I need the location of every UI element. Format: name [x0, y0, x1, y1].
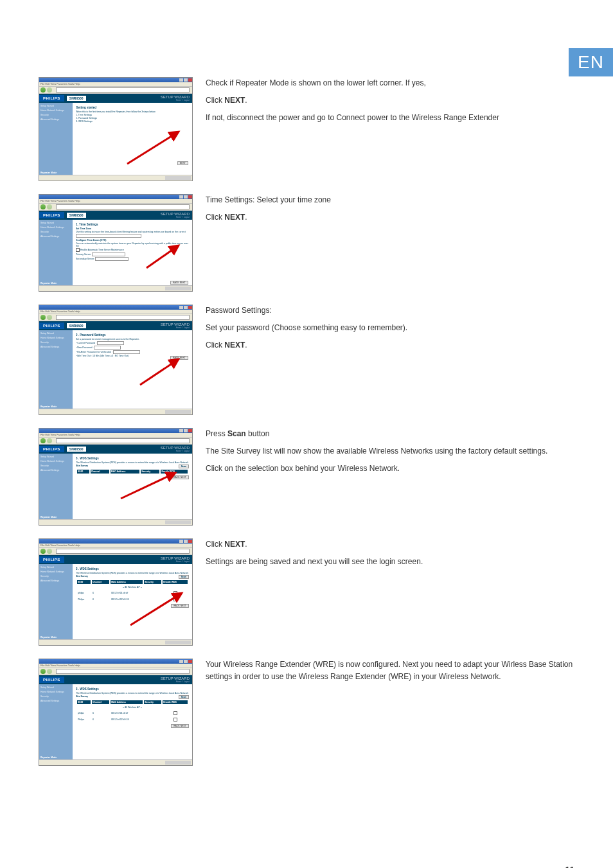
instruction-3: Password Settings: Set your password (Ch… [206, 305, 574, 357]
survey-label: Site Survey Scan [76, 575, 189, 578]
panel-text: Configure Time Zones (CTC) [76, 239, 189, 242]
app-header: PHILIPS SNR6500 SETUP WIZARDHome © Logou… [39, 94, 192, 103]
instruction-2: Time Settings: Select your time zone Cli… [206, 194, 574, 229]
maximize-icon [184, 78, 188, 82]
philips-logo: PHILIPS [39, 212, 64, 218]
status-net-icon [165, 176, 191, 180]
panel-text: The Wireless Distribution System (WDS) p… [76, 692, 189, 695]
svg-line-5 [140, 359, 179, 385]
browser-window: File Edit View Favorites Tools Help PHIL… [39, 194, 193, 292]
menubar: File Edit View Favorites Tools Help [39, 199, 192, 204]
screenshot-6: File Edit View Favorites Tools Help PHIL… [39, 659, 193, 766]
svg-line-3 [147, 245, 179, 268]
main-panel: 3 . WDS Settings The Wireless Distributi… [73, 684, 192, 760]
panel-text [76, 234, 189, 238]
sidebar: Setup Wizard Home Network Settings Secur… [39, 103, 73, 175]
instruction-text: Settings are being saved and next you wi… [206, 556, 574, 568]
svg-line-7 [121, 473, 175, 499]
instruction-text: Click NEXT. [206, 538, 574, 551]
panel-text: The Wireless Distribution System (WDS) p… [76, 572, 189, 574]
status-bar [39, 175, 192, 181]
arrow-icon [124, 128, 182, 167]
main-panel: 2 . Password Settings Set a password to … [73, 330, 192, 409]
arrow-icon [137, 356, 182, 388]
step-row-4: File Edit View Favorites Tools Help PHIL… [39, 428, 574, 526]
model-label: SNR6500 [67, 96, 86, 101]
content-area: File Edit View Favorites Tools Help PHIL… [39, 77, 574, 766]
menubar: File Edit View Favorites Tools Help [39, 82, 192, 87]
arrow-icon [127, 590, 185, 628]
titlebar [39, 195, 192, 199]
panel-heading: 3 . WDS Settings [76, 567, 189, 571]
svg-line-9 [130, 593, 182, 625]
instruction-text: Check if Repeater Mode is shown on the l… [206, 77, 574, 89]
instruction-text: Click NEXT. [206, 339, 574, 351]
instruction-text: Click NEXT. [206, 94, 574, 107]
panel-text: Set a password to restrict management ac… [76, 338, 189, 341]
repeater-mode-label: Repeater Mode [40, 172, 71, 174]
step-row-2: File Edit View Favorites Tools Help PHIL… [39, 194, 574, 292]
nav-security: Security [40, 113, 71, 117]
back-icon [40, 87, 46, 93]
back-next-buttons: BACK NEXT [171, 724, 189, 728]
table-row: Philips600:12:bf:02:b9:18 [77, 717, 188, 722]
screenshot-2: File Edit View Favorites Tools Help PHIL… [39, 194, 193, 292]
instruction-text: The Site Survey list will now show the a… [206, 445, 574, 457]
wizard-title: SETUP WIZARDHome © Logout [161, 212, 192, 218]
panel-step-3: 3. WDS Settings [76, 120, 189, 123]
field-label: • Re-Enter Password for verification : [76, 350, 189, 354]
window-body: Setup Wizard Home Network Settings Secur… [39, 103, 192, 175]
survey-label: Site Survey Scan [76, 465, 189, 467]
instruction-text: Time Settings: Select your time zone [206, 194, 574, 206]
arrow-icon [118, 470, 179, 502]
toolbar [39, 204, 192, 211]
panel-heading: 3 . WDS Settings [76, 687, 189, 691]
panel-text: Use this setting to insure the time-base… [76, 231, 189, 233]
sidebar: Setup Wizard Home Network Settings Secur… [39, 220, 73, 286]
step-row-1: File Edit View Favorites Tools Help PHIL… [39, 77, 574, 181]
nav-home-network: Home Network Settings [40, 109, 71, 112]
instruction-text: Set your password (Choose something easy… [206, 322, 574, 334]
step-row-3: File Edit View Favorites Tools Help PHIL… [39, 305, 574, 415]
arrow-icon [143, 242, 182, 271]
panel-text: The Wireless Distribution System (WDS) p… [76, 461, 189, 464]
field-label: • Current Password : [76, 341, 189, 345]
panel-step-1: 1. Time Settings [76, 114, 189, 116]
survey-table: SSIDChannelMAC AddressSecurityEnable WDS… [76, 699, 189, 723]
step-row-5: File Edit View Favorites Tools Help PHIL… [39, 538, 574, 646]
wizard-title: SETUP WIZARDHome © Logout [161, 95, 192, 102]
minimize-icon [179, 78, 183, 82]
instruction-text: Your Wireless Range Extender (WRE) is no… [206, 659, 574, 683]
main-panel: 1. Time Settings Set Time Zone Use this … [73, 220, 192, 286]
panel-subheading: Set Time Zone [76, 227, 189, 230]
address-bar [56, 87, 190, 93]
panel-text: When this is the first time you install … [76, 111, 189, 113]
table-row: philips600:12:bf:01:cb:df [77, 711, 188, 716]
model-label: SNR6500 [67, 213, 86, 218]
back-next-buttons: BACK NEXT [170, 281, 188, 285]
main-panel: Getting started When this is the first t… [73, 103, 192, 175]
survey-label: Site Survey Scan [76, 695, 189, 698]
instruction-text: Click NEXT. [206, 211, 574, 224]
browser-window: File Edit View Favorites Tools Help PHIL… [39, 659, 193, 766]
instruction-text: Password Settings: [206, 305, 574, 317]
nav-setup-wizard: Setup Wizard [40, 104, 71, 108]
language-tag: EN [569, 48, 613, 76]
panel-heading: 1. Time Settings [76, 223, 189, 226]
main-panel: 3 . WDS Settings The Wireless Distributi… [73, 564, 192, 640]
instruction-text: Click on the selection box behind your W… [206, 463, 574, 475]
scan-button: Scan [179, 575, 189, 579]
forward-icon [47, 87, 52, 93]
toolbar [39, 87, 192, 94]
browser-window: File Edit View Favorites Tools Help PHIL… [39, 77, 193, 181]
screenshot-3: File Edit View Favorites Tools Help PHIL… [39, 305, 193, 415]
main-panel: 3 . WDS Settings The Wireless Distributi… [73, 454, 192, 520]
philips-logo: PHILIPS [39, 95, 64, 102]
browser-window: File Edit View Favorites Tools Help PHIL… [39, 538, 193, 646]
app-header: PHILIPS SNR6500 SETUP WIZARDHome © Logou… [39, 211, 192, 220]
panel-heading: 3 . WDS Settings [76, 457, 189, 460]
instruction-text: If not, disconnect the power and go to C… [206, 112, 574, 124]
instruction-5: Click NEXT. Settings are being saved and… [206, 538, 574, 573]
scan-button: Scan [179, 695, 189, 699]
instruction-4: Press Scan button The Site Survey list w… [206, 428, 574, 481]
